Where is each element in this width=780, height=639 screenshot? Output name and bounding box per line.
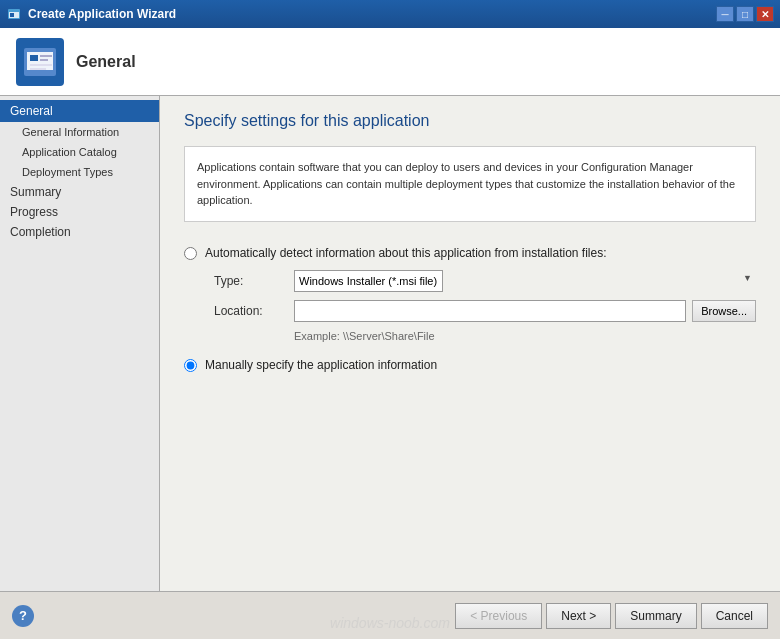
location-input-wrapper: Browse...: [294, 300, 756, 322]
description-box: Applications contain software that you c…: [184, 146, 756, 222]
svg-rect-9: [30, 68, 46, 70]
description-text: Applications contain software that you c…: [197, 161, 735, 206]
wizard-header: General: [0, 28, 780, 96]
radio-auto[interactable]: [184, 247, 197, 260]
content-area: Specify settings for this application Ap…: [160, 96, 780, 591]
radio-auto-option: Automatically detect information about t…: [184, 246, 756, 260]
wizard-footer: ? < Previous Next > Summary Cancel: [0, 591, 780, 639]
wizard-title: General: [76, 53, 136, 71]
sidebar-item-deployment-types[interactable]: Deployment Types: [0, 162, 159, 182]
svg-rect-2: [10, 13, 14, 17]
location-input[interactable]: [294, 300, 686, 322]
radio-manual-option: Manually specify the application informa…: [184, 358, 756, 372]
wizard-header-icon: [16, 38, 64, 86]
example-text: Example: \\Server\Share\File: [294, 330, 756, 342]
page-title: Specify settings for this application: [184, 112, 756, 130]
type-select[interactable]: Windows Installer (*.msi file)Script Ins…: [294, 270, 443, 292]
type-select-wrapper: Windows Installer (*.msi file)Script Ins…: [294, 270, 756, 292]
footer-left: ?: [12, 605, 34, 627]
next-button[interactable]: Next >: [546, 603, 611, 629]
cancel-button[interactable]: Cancel: [701, 603, 768, 629]
type-label: Type:: [214, 274, 294, 288]
radio-group: Automatically detect information about t…: [184, 246, 756, 372]
type-input-wrapper: Windows Installer (*.msi file)Script Ins…: [294, 270, 756, 292]
sidebar: General General Information Application …: [0, 96, 160, 591]
radio-manual[interactable]: [184, 359, 197, 372]
auto-detect-fields: Type: Windows Installer (*.msi file)Scri…: [214, 270, 756, 342]
maximize-button[interactable]: □: [736, 6, 754, 22]
svg-rect-5: [30, 55, 38, 61]
title-bar-icon: [6, 6, 22, 22]
svg-rect-8: [30, 64, 52, 66]
title-bar: Create Application Wizard ─ □ ✕: [0, 0, 780, 28]
summary-button[interactable]: Summary: [615, 603, 696, 629]
sidebar-item-general-information[interactable]: General Information: [0, 122, 159, 142]
location-label: Location:: [214, 304, 294, 318]
help-icon[interactable]: ?: [12, 605, 34, 627]
type-row: Type: Windows Installer (*.msi file)Scri…: [214, 270, 756, 292]
sidebar-item-progress[interactable]: Progress: [0, 202, 159, 222]
radio-auto-label[interactable]: Automatically detect information about t…: [205, 246, 607, 260]
sidebar-item-application-catalog[interactable]: Application Catalog: [0, 142, 159, 162]
minimize-button[interactable]: ─: [716, 6, 734, 22]
browse-button[interactable]: Browse...: [692, 300, 756, 322]
sidebar-item-summary[interactable]: Summary: [0, 182, 159, 202]
title-bar-text: Create Application Wizard: [28, 7, 176, 21]
svg-rect-6: [40, 55, 52, 57]
previous-button[interactable]: < Previous: [455, 603, 542, 629]
svg-rect-7: [40, 59, 48, 61]
sidebar-item-general[interactable]: General: [0, 100, 159, 122]
title-bar-controls: ─ □ ✕: [716, 6, 774, 22]
sidebar-item-completion[interactable]: Completion: [0, 222, 159, 242]
close-button[interactable]: ✕: [756, 6, 774, 22]
location-row: Location: Browse...: [214, 300, 756, 322]
radio-manual-label[interactable]: Manually specify the application informa…: [205, 358, 437, 372]
wizard-body: General General Information Application …: [0, 96, 780, 591]
